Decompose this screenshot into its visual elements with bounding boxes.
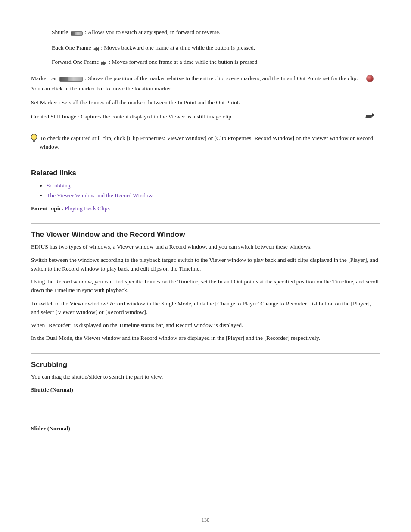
- label-marker-bar: Marker bar: [31, 75, 59, 81]
- desc-still-image: : Captures the content displayed in the …: [78, 113, 233, 120]
- row-marker-bar: Marker bar : Shows the position of the m…: [31, 74, 380, 99]
- parent-topic-row: Parent topic: Playing Back Clips: [31, 204, 380, 213]
- row-shuttle: Shuttle : Allows you to search at any sp…: [31, 28, 380, 44]
- desc-set-marker: : Sets all the frames of all the markers…: [59, 99, 240, 106]
- label-set-marker: Set Marker: [31, 99, 59, 106]
- seek-bar-icon: [71, 30, 83, 38]
- parent-topic-label: Parent topic:: [31, 205, 63, 212]
- page: Shuttle : Allows you to search at any sp…: [0, 0, 411, 532]
- vr-p6: In the Dual Mode, the Viewer window and …: [31, 334, 380, 342]
- text-shuttle: Shuttle : Allows you to search at any sp…: [31, 28, 380, 38]
- label-shuttle: Shuttle: [52, 29, 70, 35]
- heading-viewer-record: The Viewer Window and the Record Window: [31, 230, 380, 239]
- tip-block: To check the captured still clip, click …: [31, 134, 380, 152]
- scrubbing-p1: You can drag the shuttle/slider to searc…: [31, 373, 380, 381]
- lightbulb-icon: [31, 134, 37, 142]
- skip-back-icon: [93, 47, 99, 51]
- link-scrubbing[interactable]: Scrubbing: [47, 182, 71, 189]
- slider-subhead: Slider (Normal): [31, 424, 380, 433]
- link-viewer-record[interactable]: The Viewer Window and the Record Window: [47, 192, 153, 199]
- tip-text: To check the captured still clip, click …: [40, 134, 380, 152]
- film-clapper-icon: [366, 113, 374, 118]
- divider-3: [31, 353, 380, 354]
- col-icon-still: [359, 112, 380, 118]
- para-marker-bar: Marker bar : Shows the position of the m…: [31, 74, 359, 99]
- label-back-frame: Back One Frame: [52, 44, 93, 51]
- row-set-marker: Set Marker : Sets all the frames of all …: [31, 98, 380, 112]
- text-fwd-frame: Forward One Frame : Moves forward one fr…: [31, 58, 380, 66]
- para-set-marker: Set Marker : Sets all the frames of all …: [31, 98, 359, 107]
- vr-p5: When "Recorder" is displayed on the Time…: [31, 321, 380, 330]
- vr-p3: Using the Record window, you can find sp…: [31, 277, 380, 295]
- page-number: 130: [0, 517, 411, 523]
- marker-bar-icon: [59, 76, 83, 84]
- list-item: The Viewer Window and the Record Window: [47, 191, 380, 201]
- related-links-list: Scrubbing The Viewer Window and the Reco…: [31, 181, 380, 201]
- parent-topic-link[interactable]: Playing Back Clips: [65, 205, 109, 212]
- divider-2: [31, 223, 380, 224]
- tip-icon-col: [31, 134, 40, 152]
- row-still-image: Created Still Image : Captures the conte…: [31, 112, 380, 126]
- desc-shuttle: : Allows you to search at any speed, in …: [85, 29, 221, 35]
- col-icon-set-marker: [359, 74, 380, 82]
- text-back-frame: Back One Frame : Moves backward one fram…: [31, 44, 380, 52]
- row-fwd-frame: Forward One Frame : Moves forward one fr…: [31, 58, 380, 72]
- label-fwd-frame: Forward One Frame: [52, 59, 100, 65]
- content-area: Shuttle : Allows you to search at any sp…: [31, 0, 380, 433]
- heading-scrubbing: Scrubbing: [31, 361, 380, 369]
- row-back-frame: Back One Frame : Moves backward one fram…: [31, 44, 380, 57]
- vr-p4: To switch to the Viewer window/Record wi…: [31, 299, 380, 317]
- label-still-image: Created Still Image: [31, 113, 78, 120]
- vr-p2: Switch between the windows according to …: [31, 256, 380, 274]
- heading-related-links: Related links: [31, 169, 380, 177]
- desc-back-frame: : Moves backward one frame at a time whi…: [101, 44, 255, 51]
- list-item: Scrubbing: [47, 181, 380, 191]
- para-still-image: Created Still Image : Captures the conte…: [31, 112, 359, 121]
- vr-p1: EDIUS has two types of windows, a Viewer…: [31, 243, 380, 251]
- desc-fwd-frame: : Moves forward one frame at a time whil…: [109, 59, 258, 65]
- divider-1: [31, 162, 380, 162]
- shuttle-subhead: Shuttle (Normal): [31, 386, 380, 394]
- set-marker-icon: [366, 75, 374, 82]
- skip-forward-icon: [101, 61, 106, 65]
